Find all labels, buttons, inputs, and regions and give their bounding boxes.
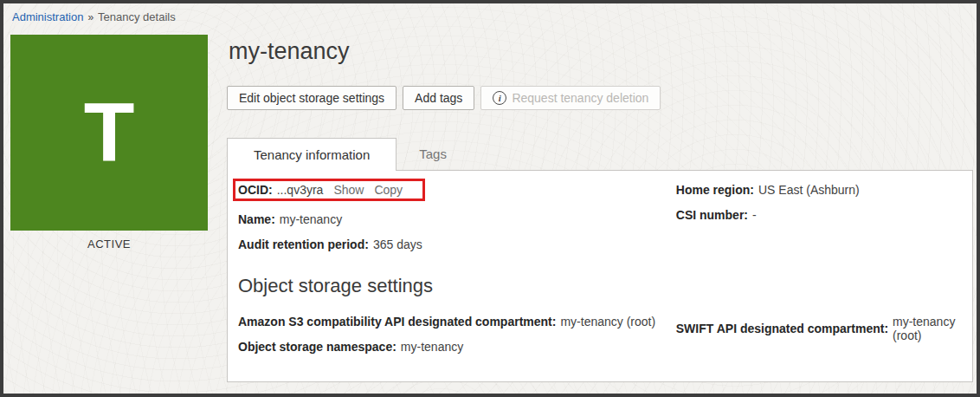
details-column: my-tenancy Edit object storage settings … [227, 35, 977, 382]
namespace-label: Object storage namespace: [238, 340, 397, 354]
home-region-label: Home region: [676, 183, 754, 197]
tabs-area: Tenancy information Tags OCID: ...qv3yra… [227, 138, 973, 382]
info-icon: i [493, 91, 506, 105]
namespace-value: my-tenancy [401, 340, 463, 354]
fields-right-column: Home region: US East (Ashburn) CSI numbe… [676, 183, 962, 263]
object-storage-fields: Amazon S3 compatibility API designated c… [238, 315, 962, 365]
ocid-field-row: OCID: ...qv3yra Show Copy [238, 183, 676, 201]
main-content: T ACTIVE my-tenancy Edit object storage … [3, 35, 977, 382]
name-field-row: Name: my-tenancy [238, 212, 676, 226]
ocid-label: OCID: [238, 183, 273, 197]
object-storage-right-column: SWIFT API designated compartment: my-ten… [676, 315, 962, 365]
ocid-value: ...qv3yra [277, 183, 324, 197]
status-badge: ACTIVE [10, 238, 208, 251]
csi-number-label: CSI number: [676, 208, 748, 222]
action-buttons: Edit object storage settings Add tags i … [227, 86, 973, 110]
copy-ocid-link[interactable]: Copy [374, 183, 403, 197]
breadcrumb-link-administration[interactable]: Administration [12, 10, 83, 23]
tab-tenancy-information[interactable]: Tenancy information [227, 138, 397, 171]
breadcrumb-current: Tenancy details [98, 10, 176, 23]
swift-compartment-label: SWIFT API designated compartment: [676, 322, 888, 335]
name-label: Name: [238, 212, 275, 226]
ocid-highlight-region: OCID: ...qv3yra Show Copy [233, 179, 425, 201]
s3-compartment-field-row: Amazon S3 compatibility API designated c… [238, 315, 676, 329]
namespace-field-row: Object storage namespace: my-tenancy [238, 340, 676, 354]
csi-number-field-row: CSI number: - [676, 208, 962, 222]
show-ocid-link[interactable]: Show [333, 183, 364, 197]
breadcrumb-separator: » [87, 11, 93, 23]
s3-compartment-value: my-tenancy (root) [560, 315, 655, 329]
tenancy-information-fields: OCID: ...qv3yra Show Copy Name: my-tenan… [238, 183, 962, 263]
tenancy-avatar-letter: T [84, 91, 135, 174]
tenancy-information-panel: OCID: ...qv3yra Show Copy Name: my-tenan… [227, 170, 973, 382]
swift-compartment-field-row: SWIFT API designated compartment: my-ten… [676, 315, 962, 342]
home-region-value: US East (Ashburn) [758, 183, 860, 197]
request-tenancy-deletion-button: i Request tenancy deletion [480, 86, 661, 110]
audit-retention-label: Audit retention period: [238, 238, 369, 251]
object-storage-settings-heading: Object storage settings [238, 275, 962, 297]
tenancy-summary-column: T ACTIVE [10, 35, 227, 382]
fields-left-column: OCID: ...qv3yra Show Copy Name: my-tenan… [238, 183, 676, 263]
add-tags-button[interactable]: Add tags [403, 86, 474, 110]
name-value: my-tenancy [280, 212, 342, 226]
swift-compartment-value: my-tenancy (root) [893, 315, 962, 342]
tab-row: Tenancy information Tags [227, 138, 973, 170]
object-storage-left-column: Amazon S3 compatibility API designated c… [238, 315, 676, 365]
s3-compartment-label: Amazon S3 compatibility API designated c… [238, 315, 556, 329]
breadcrumb: Administration»Tenancy details [3, 3, 977, 27]
page-title: my-tenancy [229, 38, 973, 65]
tab-tags[interactable]: Tags [397, 138, 469, 170]
tenancy-avatar: T [10, 35, 208, 231]
csi-number-value: - [752, 208, 757, 222]
audit-retention-field-row: Audit retention period: 365 days [238, 238, 676, 251]
edit-object-storage-settings-button[interactable]: Edit object storage settings [227, 86, 397, 110]
home-region-field-row: Home region: US East (Ashburn) [676, 183, 962, 197]
audit-retention-value: 365 days [373, 238, 422, 251]
request-tenancy-deletion-label: Request tenancy deletion [512, 91, 648, 105]
